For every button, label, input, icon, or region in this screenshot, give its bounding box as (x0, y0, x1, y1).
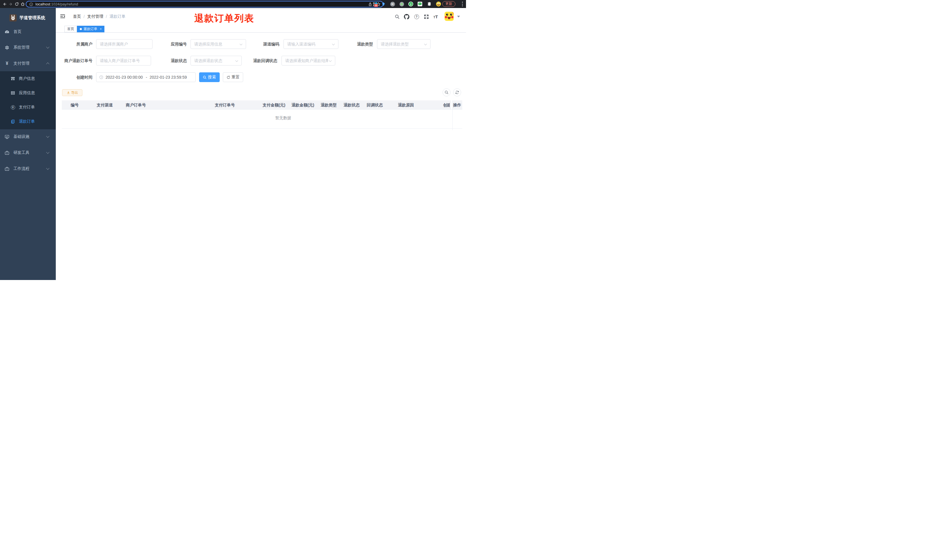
search-button-label: 搜索 (208, 75, 216, 80)
chevron-down-icon (46, 134, 49, 138)
extension-badge: 10 (374, 4, 378, 7)
font-size-icon[interactable]: TT (433, 14, 438, 20)
sidebar-item-label: 支付订单 (19, 105, 35, 110)
gear-icon (5, 45, 9, 50)
export-button-label: 导出 (71, 91, 78, 95)
refund-status-select[interactable] (191, 56, 242, 66)
toolbox-icon (5, 151, 9, 155)
chevron-up-icon (46, 62, 49, 66)
sidebar-item-order[interactable]: ¥ 支付订单 (0, 102, 56, 113)
sidebar: 芋道管理系统 首页 系统管理 ¥ 支付管理 商户信息 (0, 8, 56, 280)
extension-emoji-icon[interactable] (436, 2, 441, 6)
extension-gem-icon[interactable] (381, 2, 386, 6)
sidebar-item-pay[interactable]: ¥ 支付管理 (0, 58, 56, 69)
col-header: 支付金额(元) (263, 103, 285, 107)
sidebar-item-merchant[interactable]: 商户信息 (0, 73, 56, 85)
sidebar-item-system[interactable]: 系统管理 (0, 42, 56, 53)
refresh-table-button[interactable] (453, 88, 461, 96)
merchant-input[interactable] (96, 40, 152, 49)
col-header-clipped: 创建时间 (443, 103, 450, 107)
export-button[interactable]: 导出 (62, 89, 82, 96)
browser-toolbar: localhost:1024/pay/refund 10 ⌘ y (0, 0, 466, 8)
reset-button[interactable]: 重置 (223, 72, 243, 82)
browser-menu-icon[interactable] (462, 2, 463, 6)
sidebar-item-dev[interactable]: 研发工具 (0, 147, 56, 158)
github-icon[interactable] (404, 14, 409, 20)
address-bar[interactable]: localhost:1024/pay/refund (26, 1, 383, 8)
search-button[interactable]: 搜索 (199, 72, 220, 82)
refund-status-input[interactable] (191, 56, 241, 65)
browser-update-button[interactable]: 更新 (442, 1, 455, 7)
avatar-caret-icon[interactable] (457, 16, 460, 17)
create-time-range-picker[interactable]: 2022-01-23 00:00:00 - 2022-01-23 23:59:5… (96, 72, 196, 82)
sidebar-item-app[interactable]: 应用信息 (0, 87, 56, 98)
tab-refund[interactable]: 退款订单 × (77, 26, 105, 32)
sidebar-item-infra[interactable]: 基础设施 (0, 131, 56, 142)
sidebar-item-refund[interactable]: 退款订单 (0, 116, 56, 127)
filter-label-app: 应用编号 (156, 42, 187, 46)
extension-proxy-icon[interactable] (399, 2, 404, 6)
tab-home[interactable]: 首页 (65, 26, 77, 32)
range-end-value[interactable]: 2022-01-23 23:59:59 (150, 75, 188, 80)
header-search-icon[interactable] (394, 14, 400, 20)
extension-chat-icon[interactable] (417, 2, 423, 6)
col-header: 支付订单号 (215, 103, 235, 107)
extension-command-icon[interactable]: ⌘ (390, 2, 395, 6)
user-avatar[interactable] (444, 12, 454, 21)
sidebar-item-label: 系统管理 (14, 45, 29, 50)
monitor-icon (5, 134, 9, 139)
col-header-actions: 操作 (453, 103, 461, 107)
notify-status-select[interactable] (281, 56, 335, 66)
breadcrumb-home[interactable]: 首页 (73, 14, 81, 19)
breadcrumb-current: 退款订单 (109, 14, 126, 19)
refund-type-select[interactable] (377, 39, 431, 49)
refund-type-input[interactable] (377, 40, 430, 49)
browser-reload-icon[interactable] (14, 2, 19, 6)
range-start-value[interactable]: 2022-01-23 00:00:00 (106, 75, 143, 80)
app-logo[interactable]: 芋道管理系统 (0, 11, 56, 24)
tab-label: 首页 (67, 26, 74, 31)
fullscreen-icon[interactable] (423, 14, 429, 20)
merchant-refund-no-input[interactable] (96, 56, 151, 65)
filter-label-merchant-refund-no: 商户退款订单号 (62, 58, 92, 63)
browser-back-icon[interactable] (2, 2, 7, 6)
col-header: 退款金额(元) (292, 103, 314, 107)
notify-status-input[interactable] (282, 56, 335, 65)
app-title: 芋道管理系统 (20, 15, 45, 21)
col-header: 退款类型 (321, 103, 337, 107)
filter-label-refund-status: 退款状态 (156, 58, 187, 63)
extension-devtools-icon[interactable]: 10 (372, 2, 378, 6)
dashboard-icon (5, 29, 9, 34)
col-header: 支付渠道 (97, 103, 113, 107)
channel-input[interactable] (284, 40, 338, 49)
col-header: 编号 (71, 103, 78, 107)
tags-view-bar: 首页 退款订单 × (56, 25, 466, 32)
site-info-icon[interactable] (29, 2, 33, 6)
merchant-refund-no-field[interactable] (96, 56, 151, 66)
browser-forward-icon[interactable] (8, 2, 13, 6)
help-icon[interactable]: ? (414, 14, 419, 20)
merchant-select[interactable] (96, 39, 152, 49)
svg-text:y: y (410, 3, 411, 5)
divider (62, 128, 462, 129)
share-icon[interactable] (368, 2, 372, 6)
breadcrumb-pay[interactable]: 支付管理 (87, 14, 103, 19)
channel-select[interactable] (283, 39, 338, 49)
extensions-puzzle-icon[interactable] (427, 2, 432, 6)
extension-yuque-icon[interactable]: y (408, 2, 414, 6)
app-input[interactable] (191, 40, 246, 49)
sidebar-item-label: 工作流程 (14, 166, 29, 171)
close-icon[interactable]: × (100, 28, 102, 31)
show-search-toggle-button[interactable] (443, 88, 451, 96)
breadcrumb-separator: / (106, 14, 107, 19)
sidebar-item-label: 退款订单 (19, 119, 35, 124)
filter-label-notify-status: 退款回调状态 (247, 58, 277, 63)
sidebar-item-flow[interactable]: 工作流程 (0, 163, 56, 174)
breadcrumb-separator: / (83, 14, 85, 19)
browser-home-icon[interactable] (20, 2, 25, 6)
sidebar-item-label: 首页 (14, 29, 22, 34)
chevron-down-icon (46, 45, 49, 48)
sidebar-fold-icon[interactable] (60, 14, 65, 19)
app-select[interactable] (191, 39, 246, 49)
sidebar-item-home[interactable]: 首页 (0, 26, 56, 37)
